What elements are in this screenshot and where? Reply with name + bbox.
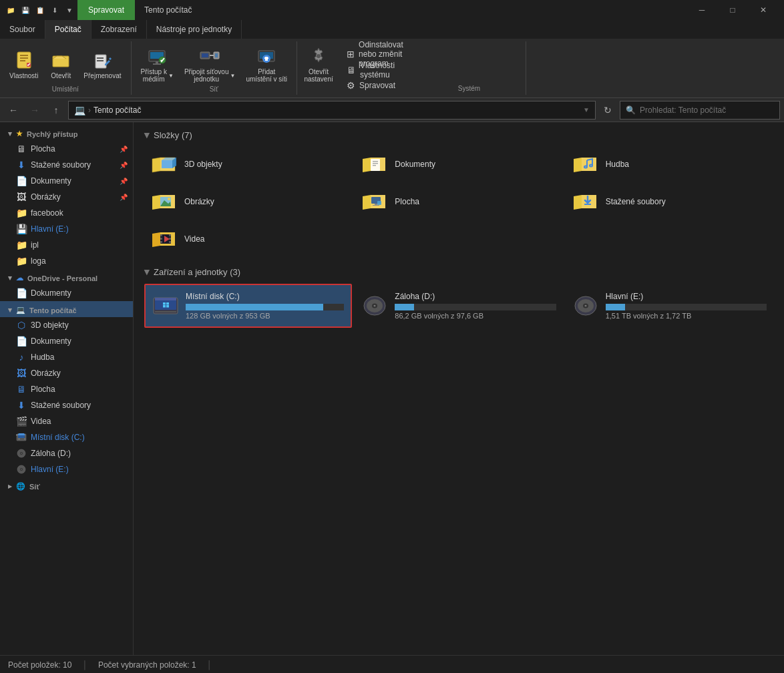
btn-odinstalovat[interactable]: ⊞ Odinstalovat nebo změnit program: [343, 47, 410, 61]
sidebar-item-obrazky[interactable]: 🖼 Obrázky 📌: [0, 189, 133, 205]
drive-zaloha-d[interactable]: Záloha (D:) 86,2 GB volných z 97,6 GB: [355, 284, 562, 328]
sidebar-item-local-c[interactable]: Místní disk (C:): [0, 429, 133, 445]
folder-stazene[interactable]: Stažené soubory: [566, 184, 773, 219]
address-path[interactable]: 💻 › Tento počítač ▼: [68, 101, 596, 120]
quick-access-3[interactable]: ⬇: [49, 5, 60, 15]
drive-local-c[interactable]: Místní disk (C:) 128 GB volných z 953 GB: [144, 284, 352, 328]
refresh-button[interactable]: ↻: [598, 101, 617, 120]
drives-expand-arrow: ▶: [143, 270, 152, 275]
drive-c-icon: [152, 294, 179, 318]
btn-pripojit[interactable]: Připojit síťovoujednotku ▼: [180, 44, 239, 84]
nav-up[interactable]: ↑: [47, 101, 65, 120]
tab-nastroje[interactable]: Nástroje pro jednotky: [147, 20, 242, 39]
sidebar-item-stazene[interactable]: ⬇ Stažené soubory 📌: [0, 157, 133, 173]
zaloha-d-icon: [16, 448, 27, 459]
main-layout: ▾ ★ Rychlý přístup 🖥 Plocha 📌 ⬇ Stažené …: [0, 122, 784, 655]
close-button[interactable]: ✕: [748, 0, 779, 20]
svg-rect-49: [584, 204, 591, 205]
sidebar-section-tenpocitac[interactable]: ▾ 💻 Tento počítač: [0, 301, 133, 317]
drives-section-header[interactable]: ▶ Zařízení a jednotky (3): [144, 267, 773, 277]
nav-back[interactable]: ←: [4, 101, 23, 120]
folder-dokumenty[interactable]: Dokumenty: [355, 147, 562, 182]
sidebar-item-stazene2[interactable]: ⬇ Stažené soubory: [0, 397, 133, 413]
drive-e-name: Hlavní (E:): [606, 292, 767, 301]
svg-rect-61: [163, 302, 166, 305]
sidebar-section-onedrive[interactable]: ▾ ☁ OneDrive - Personal: [0, 269, 133, 285]
quick-access-2[interactable]: 📋: [35, 5, 45, 15]
svg-rect-47: [373, 205, 379, 206]
btn-pristup[interactable]: Přístup kmédiím ▼: [137, 44, 178, 84]
minimize-button[interactable]: ─: [687, 0, 717, 20]
svg-rect-53: [160, 241, 162, 243]
sidebar-item-zaloha-d[interactable]: Záloha (D:): [0, 445, 133, 461]
btn-vlastnosti-systemu[interactable]: 🖥 Vlastnosti systému: [343, 63, 410, 77]
sidebar: ▾ ★ Rychlý přístup 🖥 Plocha 📌 ⬇ Stažené …: [0, 122, 134, 655]
stazene2-icon: ⬇: [16, 400, 27, 411]
sidebar-item-ipl[interactable]: 📁 ipl: [0, 237, 133, 253]
drive-hlavni-e[interactable]: Hlavní (E:) 1,51 TB volných z 1,72 TB: [566, 284, 773, 328]
sidebar-item-obr2[interactable]: 🖼 Obrázky: [0, 365, 133, 381]
btn-pridat[interactable]: Přidatumístění v síti: [242, 44, 291, 84]
status-bar: Počet položek: 10 │ Počet vybraných polo…: [0, 655, 784, 673]
drive-c-size: 128 GB volných z 953 GB: [186, 312, 344, 320]
svg-rect-29: [24, 439, 25, 439]
drive-e-bar: [606, 304, 625, 310]
ribbon-active-tab[interactable]: Spravovat: [77, 0, 135, 20]
content-area: ▶ Složky (7) 3D objekty: [134, 122, 784, 655]
btn-otevrit[interactable]: Otevřít: [45, 44, 77, 84]
sidebar-item-plocha2[interactable]: 🖥 Plocha: [0, 381, 133, 397]
folder-obrazky[interactable]: Obrázky: [144, 184, 352, 219]
plocha-pin: 📌: [120, 146, 128, 153]
search-input[interactable]: [640, 105, 774, 115]
drive-d-icon: [361, 294, 388, 318]
btn-otevritsettings[interactable]: Otevřítnastavení: [303, 44, 335, 84]
folders-expand-arrow: ▶: [143, 133, 152, 138]
folder-dok-icon: [361, 152, 388, 176]
quick-access-1[interactable]: 💾: [20, 5, 31, 15]
od-dok-label: Dokumenty: [31, 288, 71, 298]
btn-spravovat[interactable]: ⚙ Spravovat: [343, 79, 410, 92]
nav-forward[interactable]: →: [25, 101, 44, 120]
folder-3d-objekty[interactable]: 3D objekty: [144, 147, 352, 182]
sidebar-item-loga[interactable]: 📁 loga: [0, 253, 133, 269]
btn-prejmenovat-label: Přejmenovat: [83, 72, 121, 79]
btn-vlastnosti-label: Vlastnosti: [9, 72, 38, 79]
sidebar-item-facebook[interactable]: 📁 facebook: [0, 205, 133, 221]
folder-hudba[interactable]: Hudba: [566, 147, 773, 182]
folder-plocha[interactable]: Plocha: [355, 184, 562, 219]
quickaccess-expand: ▾: [8, 130, 12, 138]
sidebar-item-onedrive-dok[interactable]: 📄 Dokumenty: [0, 285, 133, 301]
sidebar-item-3d[interactable]: ⬡ 3D objekty: [0, 317, 133, 333]
sidebar-section-quickaccess[interactable]: ▾ ★ Rychlý přístup: [0, 125, 133, 141]
folders-section-header[interactable]: ▶ Složky (7): [144, 130, 773, 140]
svg-rect-41: [373, 165, 376, 166]
stazene-pin: 📌: [120, 162, 128, 169]
address-text: Tento počítač: [93, 105, 141, 115]
sidebar-item-plocha[interactable]: 🖥 Plocha 📌: [0, 141, 133, 157]
tab-zobrazeni[interactable]: Zobrazení: [91, 20, 147, 39]
btn-vlastnosti[interactable]: Vlastnosti: [5, 44, 42, 84]
tab-soubor[interactable]: Soubor: [0, 20, 45, 39]
sidebar-item-hudba[interactable]: ♪ Hudba: [0, 349, 133, 365]
address-dropdown[interactable]: ▼: [583, 106, 590, 114]
sidebar-item-videa[interactable]: 🎬 Videa: [0, 413, 133, 429]
search-box[interactable]: 🔍: [620, 101, 780, 120]
drive-e-info: Hlavní (E:) 1,51 TB volných z 1,72 TB: [606, 292, 767, 320]
sidebar-item-dokumenty[interactable]: 📄 Dokumenty 📌: [0, 173, 133, 189]
svg-rect-63: [163, 305, 166, 308]
folder-videa[interactable]: Videa: [144, 222, 352, 256]
dok2-icon: 📄: [16, 336, 27, 347]
sidebar-item-dok2[interactable]: 📄 Dokumenty: [0, 333, 133, 349]
svg-rect-7: [97, 57, 104, 59]
svg-rect-54: [169, 234, 171, 236]
sidebar-item-hlavni-e[interactable]: Hlavní (E:): [0, 461, 133, 477]
btn-prejmenovat[interactable]: Přejmenovat: [79, 44, 125, 84]
maximize-button[interactable]: □: [717, 0, 748, 20]
sidebar-section-sit[interactable]: ▸ 🌐 Síť: [0, 477, 133, 493]
sidebar-item-hlavni[interactable]: 💾 Hlavní (E:): [0, 221, 133, 237]
fb-icon: 📁: [16, 208, 27, 218]
tab-pocitac[interactable]: Počítač: [45, 20, 91, 39]
onedrive-expand: ▾: [8, 274, 12, 282]
status-separator: │: [82, 660, 87, 670]
quick-access-dropdown[interactable]: ▼: [64, 5, 75, 15]
